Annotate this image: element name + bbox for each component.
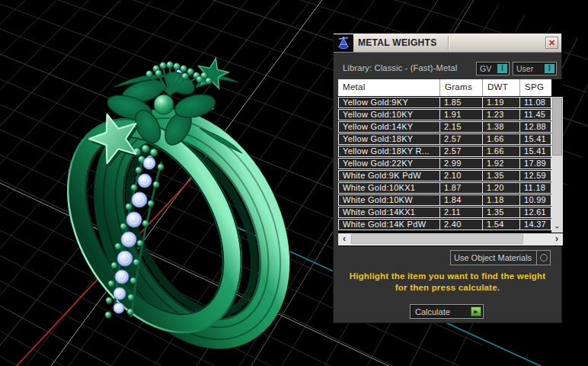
cell-spg: 15.41 <box>520 146 551 156</box>
scrollbar-corner <box>551 79 563 96</box>
library-label: Library: Classic - (Fast)-Metal <box>343 63 457 72</box>
cell-dwt: 1.66 <box>483 134 520 144</box>
horizontal-scrollbar[interactable]: ‹ › <box>338 233 563 246</box>
table-row[interactable]: White Gold:10KX11.871.2011.18 <box>338 182 551 194</box>
cell-metal: White Gold:14KX1 <box>339 207 440 217</box>
table-row[interactable]: White Gold:10KW1.841.1810.99 <box>338 194 551 206</box>
user-toggle-button[interactable]: User I <box>513 62 557 75</box>
table-row[interactable]: Yellow Gold:9KY1.851.1911.08 <box>338 97 551 108</box>
vertical-scrollbar-thumb[interactable] <box>552 98 562 156</box>
materials-select[interactable]: Use Object Materials <box>450 250 551 265</box>
cell-dwt: 1.23 <box>483 110 520 120</box>
flower-center <box>154 95 174 114</box>
cell-spg: 17.89 <box>520 159 551 169</box>
cell-dwt: 1.19 <box>483 98 520 108</box>
cell-grams: 1.84 <box>440 195 483 205</box>
materials-select-radio-icon[interactable] <box>536 251 550 265</box>
play-icon: ▶ <box>471 307 481 316</box>
table-row[interactable]: Yellow Gold:10KY1.911.2311.45 <box>338 109 551 120</box>
cell-grams: 2.99 <box>440 159 483 169</box>
cell-metal: Yellow Gold:10KY <box>339 110 440 120</box>
cell-spg: 11.45 <box>520 110 551 120</box>
table-row[interactable]: White Gold:9K PdW2.101.3512.59 <box>338 170 551 181</box>
table-row[interactable]: White Gold:14K PdW2.401.5414.37 <box>338 219 551 230</box>
instruction-line-1: Highlight the item you want to find the … <box>334 271 561 282</box>
scroll-right-icon[interactable]: › <box>551 233 563 246</box>
gv-toggle-button[interactable]: GV I <box>476 62 510 75</box>
cell-metal: Yellow Gold:9KY <box>339 98 440 108</box>
cell-dwt: 1.18 <box>483 195 520 205</box>
gv-label: GV <box>477 64 491 73</box>
cell-metal: Yellow Gold:22KY <box>339 159 440 169</box>
cell-dwt: 1.38 <box>483 122 520 132</box>
cell-grams: 1.91 <box>440 110 483 120</box>
scroll-down-icon[interactable]: › <box>551 222 563 233</box>
cell-metal: White Gold:10KW <box>339 195 440 205</box>
cell-metal: White Gold:14K PdW <box>339 220 440 230</box>
cell-spg: 12.61 <box>520 207 551 217</box>
cell-spg: 10.99 <box>520 195 551 205</box>
scroll-left-icon[interactable]: ‹ <box>338 233 350 246</box>
vertical-scrollbar[interactable]: › <box>551 97 563 233</box>
panel-title: METAL WEIGHTS <box>353 37 436 48</box>
cell-spg: 11.18 <box>520 183 551 193</box>
cell-grams: 2.40 <box>440 220 483 230</box>
cell-spg: 14.37 <box>520 220 551 230</box>
cell-dwt: 1.35 <box>483 171 520 181</box>
close-icon[interactable]: ✕ <box>545 37 558 49</box>
table-row[interactable]: Yellow Gold:22KY2.991.9217.89 <box>338 158 551 169</box>
cell-dwt: 1.66 <box>483 146 520 156</box>
cell-grams: 2.10 <box>440 171 483 181</box>
column-header-spg[interactable]: SPG <box>520 79 551 96</box>
table-row[interactable]: Yellow Gold:18KY R...2.571.6615.41 <box>338 146 551 157</box>
panel-titlebar[interactable]: METAL WEIGHTS ✕ <box>334 34 561 53</box>
user-label: User <box>513 64 533 73</box>
table-row[interactable]: Yellow Gold:18KY2.571.6615.41 <box>338 133 551 145</box>
table-row[interactable]: White Gold:14KX12.111.3512.61 <box>338 207 551 218</box>
cell-grams: 2.57 <box>440 134 483 144</box>
cell-dwt: 1.92 <box>483 159 520 169</box>
cell-dwt: 1.20 <box>483 183 520 193</box>
cell-metal: White Gold:9K PdW <box>339 171 440 181</box>
column-header-metal[interactable]: Metal <box>338 79 440 96</box>
table-header: Metal Grams DWT SPG <box>338 79 563 96</box>
user-toggle-indicator: I <box>545 64 554 73</box>
cell-spg: 15.41 <box>520 134 551 144</box>
metal-weights-table: Metal Grams DWT SPG Yellow Gold:9KY1.851… <box>338 79 563 246</box>
cell-grams: 1.85 <box>440 98 483 108</box>
cell-metal: Yellow Gold:18KY R... <box>339 146 440 156</box>
cell-grams: 2.15 <box>440 122 483 132</box>
horizontal-scrollbar-thumb[interactable] <box>351 234 523 244</box>
titlebar-divider <box>448 36 449 50</box>
table-row[interactable]: Yellow Gold:14KY2.151.3812.88 <box>338 121 551 133</box>
cell-grams: 2.11 <box>440 207 483 217</box>
cell-dwt: 1.35 <box>483 207 520 217</box>
cell-metal: White Gold:10KX1 <box>339 183 440 193</box>
gv-toggle-indicator: I <box>497 64 507 73</box>
cell-dwt: 1.54 <box>483 220 520 230</box>
cell-spg: 12.59 <box>520 171 551 181</box>
instruction-message: Highlight the item you want to find the … <box>334 271 561 294</box>
materials-select-value: Use Object Materials <box>451 253 536 262</box>
cell-spg: 12.88 <box>520 122 551 132</box>
scale-icon <box>334 34 353 52</box>
cell-metal: Yellow Gold:18KY <box>339 134 440 144</box>
cell-grams: 2.57 <box>440 146 483 156</box>
ring-model[interactable] <box>33 59 328 366</box>
metal-weights-panel: METAL WEIGHTS ✕ Library: Classic - (Fast… <box>333 33 562 323</box>
column-header-dwt[interactable]: DWT <box>483 79 520 96</box>
column-header-grams[interactable]: Grams <box>440 79 483 96</box>
calculate-button[interactable]: Calculate ▶ <box>410 304 484 319</box>
cell-spg: 11.08 <box>520 98 551 108</box>
calculate-label: Calculate <box>411 307 471 316</box>
cell-grams: 1.87 <box>440 183 483 193</box>
instruction-line-2: for then press calculate. <box>334 282 561 294</box>
cell-metal: Yellow Gold:14KY <box>339 122 440 132</box>
